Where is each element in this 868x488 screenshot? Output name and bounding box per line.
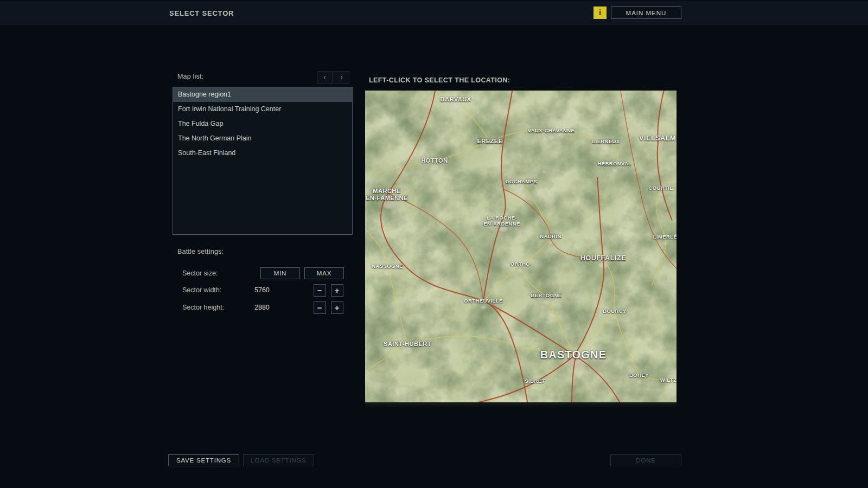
terrain-graphic	[365, 91, 676, 402]
info-icon[interactable]: i	[593, 7, 607, 19]
sector-height-increment-button[interactable]: +	[331, 301, 343, 314]
sector-height-label: Sector height:	[182, 304, 224, 311]
load-settings-button[interactable]: LOAD SETTINGS	[243, 454, 314, 466]
map-list-prev-button[interactable]: ‹	[317, 71, 333, 84]
map-list-label: Map list:	[177, 73, 203, 80]
save-settings-button[interactable]: SAVE SETTINGS	[168, 454, 239, 466]
sector-size-label: Sector size:	[182, 269, 218, 277]
sector-map[interactable]: BARVAUXVAUX-CHAVANNEVIELSALMÉREZÉELIERNE…	[365, 91, 676, 402]
sector-width-decrement-button[interactable]: −	[314, 284, 326, 297]
sector-width-increment-button[interactable]: +	[331, 284, 343, 297]
map-list: Bastogne region1Fort Irwin National Trai…	[173, 87, 353, 235]
map-list-next-button[interactable]: ›	[334, 71, 349, 84]
main-menu-button[interactable]: MAIN MENU	[611, 7, 681, 19]
battle-settings-label: Battle settings:	[177, 248, 224, 255]
sector-select-screen: SELECT SECTOR i MAIN MENU Map list: ‹ › …	[0, 0, 868, 488]
map-list-item[interactable]: The North German Plain	[173, 131, 352, 146]
map-list-item[interactable]: The Fulda Gap	[173, 117, 352, 131]
sector-height-value: 2880	[254, 304, 270, 311]
map-list-item[interactable]: Bastogne region1	[173, 87, 352, 102]
map-list-item[interactable]: Fort Irwin National Training Center	[173, 102, 352, 117]
top-bar: SELECT SECTOR i MAIN MENU	[0, 1, 868, 26]
done-button[interactable]: DONE	[610, 454, 681, 466]
map-shadow	[365, 402, 676, 408]
sector-size-max-button[interactable]: MAX	[304, 267, 344, 279]
map-list-item[interactable]: South-East Finland	[173, 146, 352, 160]
sector-width-label: Sector width:	[182, 286, 221, 294]
sector-size-min-button[interactable]: MIN	[260, 267, 300, 279]
sector-width-value: 5760	[254, 286, 270, 294]
page-title: SELECT SECTOR	[169, 1, 234, 25]
sector-height-decrement-button[interactable]: −	[314, 301, 326, 314]
map-instruction: LEFT-CLICK TO SELECT THE LOCATION:	[369, 76, 510, 84]
